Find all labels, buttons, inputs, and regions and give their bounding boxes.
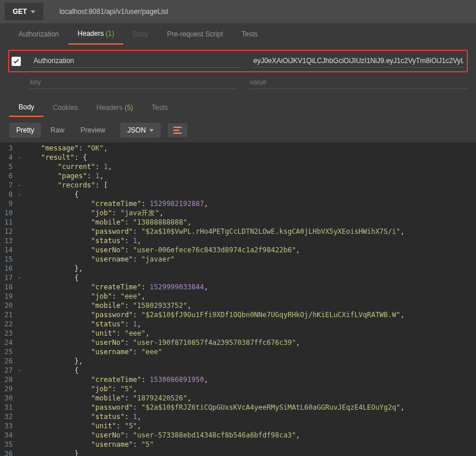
code-line: 6 "pages": 1,: [0, 171, 476, 181]
tab-headers-label: Headers: [78, 30, 104, 38]
code-line: 23 "unit": "eee",: [0, 329, 476, 338]
checkmark-icon: [13, 58, 19, 64]
code-line: 3 "message": "OK",: [0, 144, 476, 153]
code-line: 10 "job": "java开发",: [0, 208, 476, 218]
code-line: 5 "current": 1,: [0, 162, 476, 171]
code-line: 12 "password": "$2a$10$VwPL.rHo4PETgCcLD…: [0, 227, 476, 236]
view-preview[interactable]: Preview: [73, 123, 112, 138]
http-method-selector[interactable]: GET: [5, 3, 43, 20]
code-line: 24 "userNo": "user-190f8710857f4a2395703…: [0, 338, 476, 347]
code-line: 28 "createTime": 1530086891950,: [0, 375, 476, 384]
request-url-bar: GET: [0, 0, 476, 23]
code-line: 13 "status": 1,: [0, 236, 476, 245]
code-line: 9 "createTime": 1529982192887,: [0, 199, 476, 208]
header-key-input[interactable]: [32, 54, 241, 68]
request-tabs: Authorization Headers (1) Body Pre-reque…: [0, 23, 476, 45]
method-label: GET: [13, 8, 27, 16]
rtab-tests[interactable]: Tests: [142, 99, 177, 116]
code-line: 19 "job": "eee",: [0, 292, 476, 301]
headers-section: [0, 45, 476, 97]
code-line: 11 "mobile": "13888888888",: [0, 218, 476, 227]
code-line: 7- "records": [: [0, 181, 476, 190]
url-input[interactable]: [55, 3, 471, 20]
header-enabled-checkbox[interactable]: [12, 57, 21, 66]
response-body-code[interactable]: 3 "message": "OK",4- "result": {5 "curre…: [0, 142, 476, 456]
response-view-bar: Pretty Raw Preview JSON: [0, 118, 476, 142]
rtab-headers-label: Headers: [97, 104, 123, 112]
code-line: 35 "username": "5": [0, 440, 476, 449]
code-line: 27- {: [0, 366, 476, 375]
code-line: 29 "job": "5",: [0, 384, 476, 394]
code-line: 8- {: [0, 190, 476, 199]
tab-body[interactable]: Body: [123, 24, 157, 44]
tab-prerequest[interactable]: Pre-request Script: [158, 24, 233, 44]
code-line: 18 "createTime": 1529999033844,: [0, 282, 476, 292]
rtab-body[interactable]: Body: [9, 98, 43, 117]
wrap-toggle[interactable]: [168, 123, 187, 137]
response-tabs: Body Cookies Headers (5) Tests: [0, 97, 476, 118]
header-row-empty: [8, 72, 468, 93]
code-line: 20 "mobile": "15802933752",: [0, 301, 476, 310]
view-pretty[interactable]: Pretty: [9, 123, 41, 138]
code-line: 33 "unit": "5",: [0, 421, 476, 431]
format-selector[interactable]: JSON: [120, 123, 161, 138]
rtab-headers-count: (5): [124, 104, 133, 112]
chevron-down-icon: [31, 10, 35, 13]
code-line: 36 }: [0, 449, 476, 456]
wrap-icon: [174, 127, 182, 134]
header-row-authorization: [8, 50, 468, 72]
code-line: 25 "username": "eee": [0, 347, 476, 356]
code-line: 30 "mobile": "18792420526",: [0, 394, 476, 403]
code-line: 34 "userNo": "user-573388ebd14348cf8b546…: [0, 431, 476, 440]
code-line: 26 },: [0, 356, 476, 366]
tab-authorization[interactable]: Authorization: [9, 24, 68, 44]
tab-headers[interactable]: Headers (1): [68, 24, 123, 45]
view-raw[interactable]: Raw: [43, 123, 71, 138]
header-key-placeholder[interactable]: [29, 76, 237, 89]
header-value-placeholder[interactable]: [249, 76, 468, 89]
chevron-down-icon: [149, 129, 154, 132]
tab-tests[interactable]: Tests: [232, 24, 267, 44]
code-line: 16 },: [0, 264, 476, 273]
rtab-headers[interactable]: Headers (5): [87, 99, 142, 116]
code-line: 14 "userNo": "user-006efece76c8433d8974c…: [0, 245, 476, 255]
header-value-input[interactable]: [252, 54, 464, 68]
code-line: 17- {: [0, 273, 476, 282]
code-line: 15 "username": "javaer": [0, 255, 476, 264]
rtab-cookies[interactable]: Cookies: [43, 99, 87, 116]
code-line: 22 "status": 1,: [0, 319, 476, 329]
code-line: 21 "password": "$2a$10$fJ9Ou1Ffi9XDf1OQb…: [0, 310, 476, 319]
tab-headers-count: (1): [106, 30, 115, 38]
format-label: JSON: [127, 126, 146, 134]
code-line: 4- "result": {: [0, 153, 476, 162]
code-line: 31 "password": "$2a$10$fRJZ6tiCQpGUxsKVc…: [0, 403, 476, 412]
code-line: 32 "status": 1,: [0, 412, 476, 421]
